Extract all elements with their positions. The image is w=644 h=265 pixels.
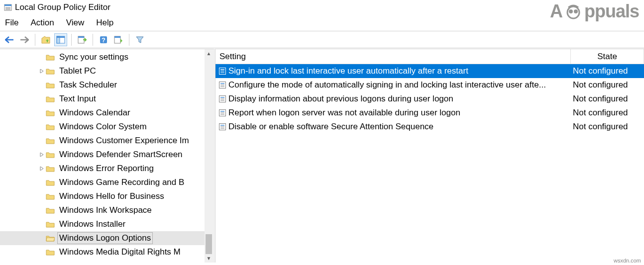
folder-icon — [46, 109, 55, 117]
forward-button[interactable] — [18, 33, 31, 46]
tree-item[interactable]: Windows Media Digital Rights M — [0, 245, 213, 259]
tree-item[interactable]: Windows Error Reporting — [0, 162, 213, 176]
tree-item-label: Windows Game Recording and B — [58, 177, 186, 188]
back-button[interactable] — [3, 33, 16, 46]
folder-icon — [46, 165, 55, 173]
tree-pane: Sync your settings Tablet PC Task Schedu… — [0, 49, 215, 263]
tree-item-label: Windows Calendar — [58, 107, 132, 118]
folder-icon — [46, 178, 55, 186]
tree-item[interactable]: Windows Color System — [0, 120, 213, 134]
svg-point-6 — [569, 9, 573, 13]
content-area: Sync your settings Tablet PC Task Schedu… — [0, 48, 644, 263]
app-icon — [4, 3, 12, 11]
policy-icon — [218, 109, 226, 117]
separator — [35, 34, 35, 46]
setting-state: Not configured — [571, 94, 644, 104]
watermark: A ppuals — [550, 1, 639, 22]
tree-item[interactable]: Tablet PC — [0, 64, 213, 78]
tree-item[interactable]: Windows Defender SmartScreen — [0, 148, 213, 162]
folder-icon — [46, 220, 55, 228]
column-setting[interactable]: Setting — [215, 49, 571, 64]
list-header: Setting State — [215, 49, 644, 64]
tree-item-label: Windows Ink Workspace — [58, 205, 153, 216]
show-hide-tree-button[interactable] — [54, 33, 67, 46]
list-row[interactable]: Sign-in and lock last interactive user a… — [215, 64, 644, 78]
folder-icon — [46, 95, 55, 103]
setting-state: Not configured — [571, 80, 644, 90]
separator — [93, 34, 93, 46]
setting-state: Not configured — [571, 66, 644, 76]
titlebar: Local Group Policy Editor — [0, 0, 644, 15]
filter-button[interactable] — [133, 33, 146, 46]
tree-item-label: Sync your settings — [58, 52, 130, 63]
watermark-text: ppuals — [584, 1, 639, 22]
chevron-right-icon[interactable] — [38, 69, 46, 73]
setting-name: Configure the mode of automatically sign… — [228, 80, 571, 90]
policy-icon — [218, 95, 226, 103]
menubar: File Action View Help — [0, 15, 644, 31]
folder-icon — [46, 123, 55, 131]
menu-action[interactable]: Action — [30, 18, 54, 28]
tree-item-label: Windows Media Digital Rights M — [58, 247, 182, 258]
watermark-icon — [563, 1, 583, 21]
tree-item[interactable]: Windows Game Recording and B — [0, 176, 213, 189]
svg-rect-1 — [4, 4, 11, 6]
properties-button[interactable] — [112, 33, 125, 46]
tree-item[interactable]: Windows Logon Options — [0, 231, 213, 245]
tree-item-label: Tablet PC — [58, 66, 98, 77]
folder-icon — [46, 67, 55, 75]
tree-item[interactable]: Windows Hello for Business — [0, 189, 213, 203]
tree[interactable]: Sync your settings Tablet PC Task Schedu… — [0, 49, 213, 263]
list-row[interactable]: Configure the mode of automatically sign… — [215, 78, 644, 92]
tree-item-label: Windows Installer — [58, 219, 127, 230]
menu-view[interactable]: View — [66, 18, 85, 28]
tree-item-label: Windows Color System — [58, 121, 148, 132]
svg-text:?: ? — [102, 36, 106, 44]
folder-icon — [46, 53, 55, 61]
up-button[interactable] — [39, 33, 52, 46]
scroll-up-icon[interactable]: ▲ — [205, 49, 213, 58]
tree-item[interactable]: Sync your settings — [0, 50, 213, 64]
tree-item[interactable]: Windows Customer Experience Im — [0, 134, 213, 148]
folder-icon — [46, 192, 55, 200]
tree-item[interactable]: Text Input — [0, 92, 213, 106]
tree-item-label: Windows Hello for Business — [58, 191, 166, 202]
tree-item[interactable]: Windows Installer — [0, 217, 213, 231]
column-state[interactable]: State — [571, 49, 644, 64]
list-row[interactable]: Display information about previous logon… — [215, 92, 644, 106]
tree-item[interactable]: Windows Calendar — [0, 106, 213, 120]
folder-icon — [46, 137, 55, 145]
tree-item-label: Windows Customer Experience Im — [58, 135, 191, 146]
menu-file[interactable]: File — [5, 18, 18, 28]
chevron-right-icon[interactable] — [38, 167, 46, 171]
policy-icon — [218, 123, 226, 131]
setting-name: Display information about previous logon… — [228, 94, 571, 104]
chevron-right-icon[interactable] — [38, 153, 46, 157]
setting-name: Disable or enable software Secure Attent… — [228, 122, 571, 132]
scroll-thumb[interactable] — [206, 234, 212, 254]
tree-item[interactable]: Windows Ink Workspace — [0, 203, 213, 217]
tree-item-label: Windows Defender SmartScreen — [58, 149, 184, 160]
tree-item[interactable]: Task Scheduler — [0, 78, 213, 92]
svg-point-7 — [574, 9, 578, 13]
export-button[interactable] — [76, 33, 89, 46]
setting-state: Not configured — [571, 108, 644, 118]
svg-rect-10 — [57, 36, 65, 38]
folder-icon — [46, 81, 55, 89]
separator — [71, 34, 72, 46]
tree-item-label: Windows Error Reporting — [58, 163, 155, 174]
credit: wsxdn.com — [614, 258, 641, 264]
window-title: Local Group Policy Editor — [15, 2, 110, 12]
tree-scrollbar[interactable]: ▲ ▼ — [205, 49, 213, 263]
folder-open-icon — [46, 234, 55, 242]
separator — [129, 34, 129, 46]
menu-help[interactable]: Help — [96, 18, 113, 28]
help-button[interactable]: ? — [97, 33, 110, 46]
tree-item-label: Windows Logon Options — [58, 233, 152, 244]
list-row[interactable]: Report when logon server was not availab… — [215, 106, 644, 120]
svg-rect-16 — [114, 36, 120, 38]
scroll-down-icon[interactable]: ▼ — [205, 254, 213, 263]
list-pane: Setting State Sign-in and lock last inte… — [215, 49, 644, 263]
list-row[interactable]: Disable or enable software Secure Attent… — [215, 120, 644, 134]
setting-name: Sign-in and lock last interactive user a… — [228, 66, 571, 76]
